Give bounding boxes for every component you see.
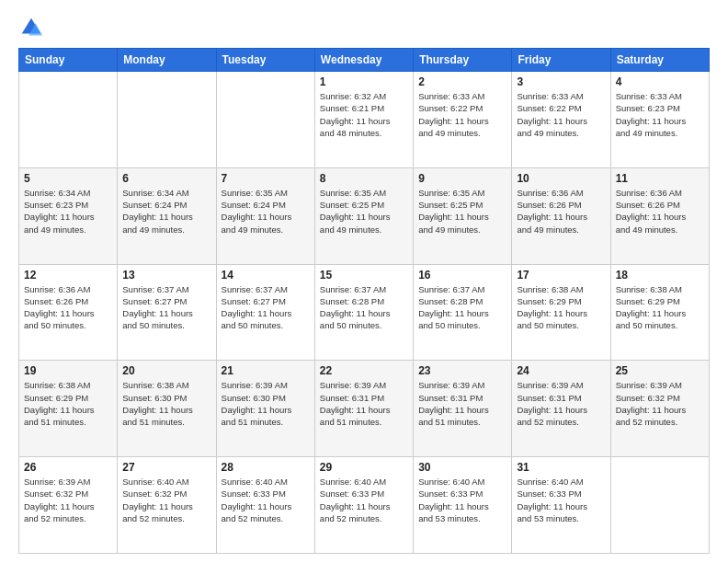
day-number: 23: [418, 364, 506, 377]
day-number: 31: [517, 461, 605, 474]
day-number: 25: [616, 364, 704, 377]
day-info: Sunrise: 6:33 AMSunset: 6:22 PMDaylight:…: [517, 90, 605, 139]
calendar-cell: 12Sunrise: 6:36 AMSunset: 6:26 PMDayligh…: [19, 264, 118, 361]
calendar-cell: 13Sunrise: 6:37 AMSunset: 6:27 PMDayligh…: [118, 264, 216, 361]
day-info: Sunrise: 6:35 AMSunset: 6:25 PMDaylight:…: [418, 187, 506, 236]
calendar-cell: [610, 457, 709, 554]
logo: [18, 15, 48, 40]
calendar-cell: 9Sunrise: 6:35 AMSunset: 6:25 PMDaylight…: [414, 167, 512, 264]
day-number: 11: [616, 172, 704, 185]
day-number: 27: [122, 461, 210, 474]
day-info: Sunrise: 6:38 AMSunset: 6:29 PMDaylight:…: [517, 283, 605, 332]
day-info: Sunrise: 6:33 AMSunset: 6:22 PMDaylight:…: [418, 90, 506, 139]
day-info: Sunrise: 6:36 AMSunset: 6:26 PMDaylight:…: [616, 187, 704, 236]
day-number: 2: [418, 75, 506, 88]
day-info: Sunrise: 6:39 AMSunset: 6:31 PMDaylight:…: [418, 379, 506, 428]
day-info: Sunrise: 6:38 AMSunset: 6:29 PMDaylight:…: [24, 379, 112, 428]
calendar-cell: 18Sunrise: 6:38 AMSunset: 6:29 PMDayligh…: [610, 264, 709, 361]
day-number: 18: [616, 269, 704, 282]
weekday-header-tuesday: Tuesday: [216, 49, 314, 72]
calendar-cell: 5Sunrise: 6:34 AMSunset: 6:23 PMDaylight…: [19, 167, 118, 264]
day-number: 21: [222, 364, 310, 377]
day-info: Sunrise: 6:34 AMSunset: 6:23 PMDaylight:…: [24, 187, 112, 236]
day-info: Sunrise: 6:35 AMSunset: 6:24 PMDaylight:…: [222, 187, 310, 236]
calendar-cell: 6Sunrise: 6:34 AMSunset: 6:24 PMDaylight…: [118, 167, 216, 264]
calendar-cell: 31Sunrise: 6:40 AMSunset: 6:33 PMDayligh…: [512, 457, 610, 554]
day-info: Sunrise: 6:39 AMSunset: 6:30 PMDaylight:…: [222, 379, 310, 428]
day-number: 16: [418, 269, 506, 282]
day-number: 10: [517, 172, 605, 185]
day-info: Sunrise: 6:38 AMSunset: 6:30 PMDaylight:…: [122, 379, 210, 428]
day-number: 20: [122, 364, 210, 377]
day-number: 26: [24, 461, 112, 474]
day-number: 12: [24, 269, 112, 282]
calendar-cell: 23Sunrise: 6:39 AMSunset: 6:31 PMDayligh…: [414, 361, 512, 457]
calendar-cell: 1Sunrise: 6:32 AMSunset: 6:21 PMDaylight…: [314, 72, 413, 168]
day-info: Sunrise: 6:38 AMSunset: 6:29 PMDaylight:…: [616, 283, 704, 332]
calendar-week-3: 19Sunrise: 6:38 AMSunset: 6:29 PMDayligh…: [19, 361, 710, 457]
weekday-header-wednesday: Wednesday: [314, 49, 413, 72]
day-number: 24: [517, 364, 605, 377]
calendar-cell: 26Sunrise: 6:39 AMSunset: 6:32 PMDayligh…: [19, 457, 118, 554]
day-info: Sunrise: 6:39 AMSunset: 6:32 PMDaylight:…: [616, 379, 704, 428]
calendar-cell: 10Sunrise: 6:36 AMSunset: 6:26 PMDayligh…: [512, 167, 610, 264]
day-number: 17: [517, 269, 605, 282]
calendar-cell: 30Sunrise: 6:40 AMSunset: 6:33 PMDayligh…: [414, 457, 512, 554]
day-info: Sunrise: 6:34 AMSunset: 6:24 PMDaylight:…: [122, 187, 210, 236]
calendar-week-2: 12Sunrise: 6:36 AMSunset: 6:26 PMDayligh…: [19, 264, 710, 361]
day-number: 1: [320, 75, 408, 88]
day-info: Sunrise: 6:40 AMSunset: 6:32 PMDaylight:…: [122, 476, 210, 524]
weekday-header-sunday: Sunday: [19, 49, 118, 72]
day-info: Sunrise: 6:40 AMSunset: 6:33 PMDaylight:…: [320, 476, 408, 524]
calendar-cell: 15Sunrise: 6:37 AMSunset: 6:28 PMDayligh…: [314, 264, 413, 361]
weekday-header-friday: Friday: [512, 49, 610, 72]
calendar-cell: 17Sunrise: 6:38 AMSunset: 6:29 PMDayligh…: [512, 264, 610, 361]
calendar-cell: 4Sunrise: 6:33 AMSunset: 6:23 PMDaylight…: [610, 72, 709, 168]
calendar-cell: 24Sunrise: 6:39 AMSunset: 6:31 PMDayligh…: [512, 361, 610, 457]
day-number: 15: [320, 269, 408, 282]
day-info: Sunrise: 6:37 AMSunset: 6:27 PMDaylight:…: [222, 283, 310, 332]
calendar-cell: 22Sunrise: 6:39 AMSunset: 6:31 PMDayligh…: [314, 361, 413, 457]
day-info: Sunrise: 6:39 AMSunset: 6:31 PMDaylight:…: [320, 379, 408, 428]
calendar-week-4: 26Sunrise: 6:39 AMSunset: 6:32 PMDayligh…: [19, 457, 710, 554]
calendar-cell: 25Sunrise: 6:39 AMSunset: 6:32 PMDayligh…: [610, 361, 709, 457]
page: SundayMondayTuesdayWednesdayThursdayFrid…: [0, 0, 728, 563]
calendar-cell: 19Sunrise: 6:38 AMSunset: 6:29 PMDayligh…: [19, 361, 118, 457]
header: [18, 15, 710, 40]
logo-icon: [18, 15, 44, 40]
day-info: Sunrise: 6:37 AMSunset: 6:28 PMDaylight:…: [320, 283, 408, 332]
day-info: Sunrise: 6:36 AMSunset: 6:26 PMDaylight:…: [24, 283, 112, 332]
weekday-header-monday: Monday: [118, 49, 216, 72]
weekday-header-thursday: Thursday: [414, 49, 512, 72]
calendar-cell: 21Sunrise: 6:39 AMSunset: 6:30 PMDayligh…: [216, 361, 314, 457]
day-number: 14: [222, 269, 310, 282]
day-number: 5: [24, 172, 112, 185]
calendar-cell: 14Sunrise: 6:37 AMSunset: 6:27 PMDayligh…: [216, 264, 314, 361]
day-info: Sunrise: 6:40 AMSunset: 6:33 PMDaylight:…: [418, 476, 506, 524]
day-info: Sunrise: 6:39 AMSunset: 6:32 PMDaylight:…: [24, 476, 112, 524]
weekday-header-saturday: Saturday: [610, 49, 709, 72]
day-info: Sunrise: 6:36 AMSunset: 6:26 PMDaylight:…: [517, 187, 605, 236]
calendar-cell: [118, 72, 216, 168]
day-number: 6: [122, 172, 210, 185]
day-number: 30: [418, 461, 506, 474]
day-info: Sunrise: 6:33 AMSunset: 6:23 PMDaylight:…: [616, 90, 704, 139]
day-number: 4: [616, 75, 704, 88]
day-number: 29: [320, 461, 408, 474]
calendar-cell: 8Sunrise: 6:35 AMSunset: 6:25 PMDaylight…: [314, 167, 413, 264]
day-number: 19: [24, 364, 112, 377]
calendar-cell: 7Sunrise: 6:35 AMSunset: 6:24 PMDaylight…: [216, 167, 314, 264]
calendar-cell: [19, 72, 118, 168]
day-info: Sunrise: 6:37 AMSunset: 6:27 PMDaylight:…: [122, 283, 210, 332]
calendar-cell: 20Sunrise: 6:38 AMSunset: 6:30 PMDayligh…: [118, 361, 216, 457]
calendar-cell: 28Sunrise: 6:40 AMSunset: 6:33 PMDayligh…: [216, 457, 314, 554]
calendar-cell: 3Sunrise: 6:33 AMSunset: 6:22 PMDaylight…: [512, 72, 610, 168]
day-number: 22: [320, 364, 408, 377]
day-info: Sunrise: 6:32 AMSunset: 6:21 PMDaylight:…: [320, 90, 408, 139]
day-number: 7: [222, 172, 310, 185]
day-number: 13: [122, 269, 210, 282]
calendar-cell: [216, 72, 314, 168]
calendar-cell: 11Sunrise: 6:36 AMSunset: 6:26 PMDayligh…: [610, 167, 709, 264]
calendar-week-0: 1Sunrise: 6:32 AMSunset: 6:21 PMDaylight…: [19, 72, 710, 168]
day-info: Sunrise: 6:35 AMSunset: 6:25 PMDaylight:…: [320, 187, 408, 236]
